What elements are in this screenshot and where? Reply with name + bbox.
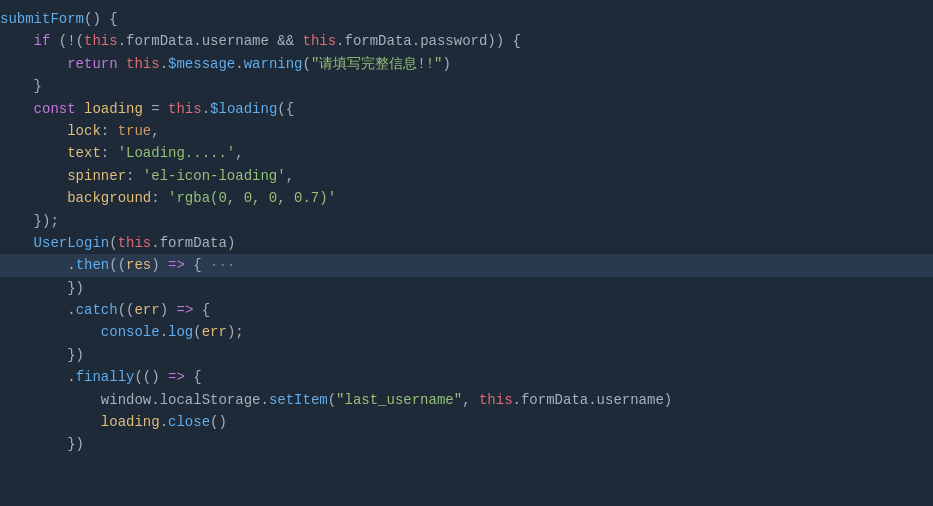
code-line: }) (0, 344, 933, 366)
code-line: } (0, 75, 933, 97)
code-line: loading.close() (0, 411, 933, 433)
code-line: background: 'rgba(0, 0, 0, 0.7)' (0, 187, 933, 209)
code-line: const loading = this.$loading({ (0, 98, 933, 120)
code-line: }) (0, 433, 933, 455)
code-line: }); (0, 210, 933, 232)
code-line: console.log(err); (0, 321, 933, 343)
code-line: text: 'Loading.....', (0, 142, 933, 164)
code-line: submitForm() { (0, 8, 933, 30)
code-line: .then((res) => { ··· (0, 254, 933, 276)
code-line: lock: true, (0, 120, 933, 142)
code-line: if (!(this.formData.username && this.for… (0, 30, 933, 52)
code-line: window.localStorage.setItem("last_userna… (0, 389, 933, 411)
code-editor: submitForm() { if (!(this.formData.usern… (0, 0, 933, 506)
code-line: return this.$message.warning("请填写完整信息!!"… (0, 53, 933, 75)
code-line: }) (0, 277, 933, 299)
code-line: spinner: 'el-icon-loading', (0, 165, 933, 187)
code-line: .catch((err) => { (0, 299, 933, 321)
code-line: UserLogin(this.formData) (0, 232, 933, 254)
code-line: .finally(() => { (0, 366, 933, 388)
